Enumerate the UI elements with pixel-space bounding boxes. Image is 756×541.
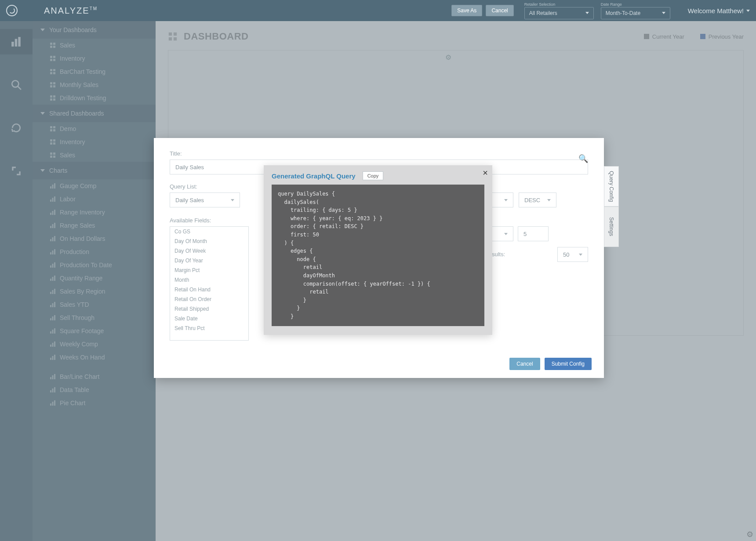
available-field-item[interactable]: Day Of Month bbox=[170, 236, 248, 246]
available-field-item[interactable]: Margin Pct bbox=[170, 265, 248, 275]
num-results-select[interactable]: 50 bbox=[557, 247, 588, 262]
modal-submit-button[interactable]: Submit Config bbox=[545, 358, 592, 370]
topbar: ANALYZETM Save As Cancel Retailer Select… bbox=[0, 0, 756, 21]
daterange-label: Date Range bbox=[601, 2, 670, 7]
caret-down-icon bbox=[231, 199, 234, 201]
retailer-select[interactable]: All Retailers bbox=[524, 7, 594, 19]
available-fields-label: Available Fields: bbox=[170, 217, 258, 224]
available-field-item[interactable]: Day Of Year bbox=[170, 256, 248, 265]
modal-cancel-button[interactable]: Cancel bbox=[509, 358, 540, 370]
caret-down-icon bbox=[746, 10, 750, 12]
graphql-popover: × Generated GraphQL Query Copy query Dai… bbox=[264, 165, 492, 335]
available-fields-list[interactable]: Co GSDay Of MonthDay Of WeekDay Of YearM… bbox=[170, 226, 249, 341]
available-field-item[interactable]: Co GS bbox=[170, 227, 248, 236]
available-field-item[interactable]: Day Of Week bbox=[170, 246, 248, 256]
available-field-item[interactable]: Retail On Order bbox=[170, 294, 248, 304]
tab-query-config[interactable]: Query Config bbox=[604, 166, 619, 207]
daterange-select[interactable]: Month-To-Date bbox=[601, 7, 670, 19]
available-field-item[interactable]: Retail On Hand bbox=[170, 285, 248, 294]
caret-down-icon bbox=[504, 199, 508, 201]
cancel-button[interactable]: Cancel bbox=[486, 5, 513, 16]
available-field-item[interactable]: Retail Shipped bbox=[170, 304, 248, 314]
available-field-item[interactable]: Sell Thru Pct bbox=[170, 323, 248, 333]
date-value-input[interactable] bbox=[518, 226, 549, 241]
brand-name: ANALYZETM bbox=[44, 6, 98, 16]
query-list-select[interactable]: Daily Sales bbox=[170, 192, 240, 207]
title-label: Title: bbox=[170, 150, 588, 157]
modal-side-tabs: Query Config Settings bbox=[604, 166, 619, 247]
popover-title: Generated GraphQL Query bbox=[272, 172, 356, 180]
close-icon[interactable]: × bbox=[483, 168, 488, 178]
retailer-select-group: Retailer Selection All Retailers bbox=[524, 2, 594, 19]
caret-down-icon bbox=[662, 12, 665, 14]
preview-icon[interactable]: 🔍 bbox=[578, 154, 588, 163]
save-as-button[interactable]: Save As bbox=[451, 5, 482, 16]
sort-dir-select[interactable]: DESC bbox=[519, 192, 556, 207]
copy-button[interactable]: Copy bbox=[363, 171, 384, 180]
available-field-item[interactable]: Sale Date bbox=[170, 314, 248, 323]
graphql-code[interactable]: query DailySales { dailySales( trailing:… bbox=[272, 185, 484, 326]
retailer-label: Retailer Selection bbox=[524, 2, 594, 7]
caret-down-icon bbox=[579, 254, 582, 256]
available-field-item[interactable]: Month bbox=[170, 275, 248, 285]
caret-down-icon bbox=[504, 233, 508, 235]
daterange-select-group: Date Range Month-To-Date bbox=[601, 2, 670, 19]
query-list-label: Query List: bbox=[170, 183, 258, 190]
caret-down-icon bbox=[585, 12, 589, 14]
tab-settings[interactable]: Settings bbox=[604, 207, 619, 247]
caret-down-icon bbox=[547, 199, 551, 201]
brand-logo-icon bbox=[6, 5, 18, 16]
user-menu[interactable]: Welcome Matthew! bbox=[688, 7, 750, 15]
